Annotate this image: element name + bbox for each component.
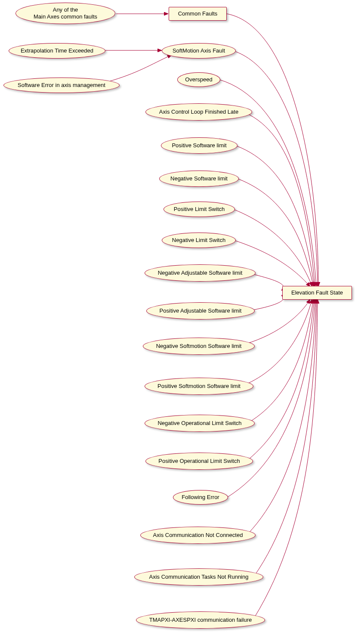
node-axis-comm-nr: Axis Communication Tasks Not Running <box>134 568 263 586</box>
node-pos-op-ls: Positive Operational Limit Switch <box>145 453 253 470</box>
node-neg-adj-sw: Negative Adjustable Software limit <box>145 264 256 282</box>
node-overspeed: Overspeed <box>177 72 220 87</box>
node-neg-sm-sw: Negative Softmotion Software limit <box>143 338 255 355</box>
node-axis-loop-late: Axis Control Loop Finished Late <box>145 103 252 121</box>
node-common-faults: Common Faults <box>169 7 227 21</box>
node-neg-sw-limit: Negative Software limit <box>159 171 239 187</box>
node-following-err: Following Error <box>173 490 228 505</box>
node-any-common: Any of the Main Axes common faults <box>15 3 115 24</box>
node-software-error: Software Error in axis management <box>3 78 120 93</box>
node-elevation-fault: Elevation Fault State <box>282 286 352 300</box>
node-axis-comm-nc: Axis Communication Not Connected <box>140 527 256 544</box>
node-pos-sw-limit: Positive Software limit <box>161 137 238 154</box>
edges-layer <box>0 0 364 642</box>
node-pos-sm-sw: Positive Softmotion Software limit <box>145 378 253 395</box>
node-softmotion-fault: SoftMotion Axis Fault <box>162 43 236 59</box>
node-pos-adj-sw: Positive Adjustable Software limit <box>146 302 255 319</box>
node-neg-limit-sw: Negative Limit Switch <box>162 233 236 248</box>
node-pos-limit-sw: Positive Limit Switch <box>163 202 235 217</box>
node-tmapxi: TMAPXI-AXESPXI communication failure <box>136 611 265 629</box>
node-extrapolation: Extrapolation Time Exceeded <box>9 43 105 59</box>
node-neg-op-ls: Negative Operational Limit Switch <box>145 415 255 432</box>
